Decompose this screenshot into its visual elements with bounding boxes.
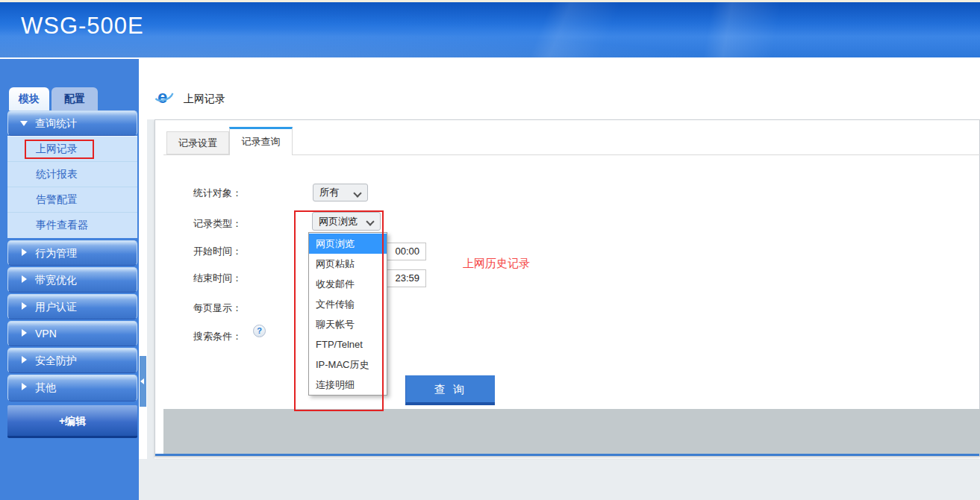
stat-object-selected-value: 所有 bbox=[319, 187, 339, 198]
sidebar-tab-modules[interactable]: 模块 bbox=[9, 87, 49, 110]
sidebar-group-behavior-mgmt[interactable]: 行为管理 bbox=[7, 240, 137, 266]
ie-browser-icon: e bbox=[155, 87, 174, 107]
sidebar-item-event-viewer[interactable]: 事件查看器 bbox=[7, 213, 137, 238]
sidebar-edit-button[interactable]: +编辑 bbox=[7, 405, 137, 438]
sidebar-group-label: VPN bbox=[35, 328, 57, 340]
content-panel: 记录设置 记录查询 统计对象： 记录类型： 开始时间： 结束时间： 每页显示： … bbox=[155, 119, 980, 457]
banner-wave-decoration bbox=[0, 2, 980, 57]
sidebar-collapse-handle[interactable] bbox=[140, 356, 146, 407]
chevron-right-icon bbox=[22, 302, 27, 310]
start-time-label: 开始时间： bbox=[193, 245, 242, 258]
chevron-down-icon bbox=[353, 189, 361, 197]
page-title: 上网记录 bbox=[184, 93, 225, 106]
sidebar-group-label: 行为管理 bbox=[35, 247, 77, 259]
record-type-label: 记录类型： bbox=[193, 217, 242, 231]
tab-record-settings[interactable]: 记录设置 bbox=[166, 131, 229, 154]
search-condition-label: 搜索条件： bbox=[193, 330, 242, 343]
chevron-right-icon bbox=[22, 275, 27, 283]
sidebar-group-label: 查询统计 bbox=[35, 117, 77, 129]
panel-footer-bar bbox=[163, 409, 980, 454]
panel-bottom-accent bbox=[155, 454, 979, 456]
stat-object-select[interactable]: 所有 bbox=[313, 184, 368, 201]
svg-text:e: e bbox=[157, 87, 167, 107]
tab-record-query[interactable]: 记录查询 bbox=[229, 127, 293, 155]
sidebar-group-vpn[interactable]: VPN bbox=[7, 321, 137, 346]
sidebar-group-label: 用户认证 bbox=[35, 301, 77, 313]
sidebar-group-query-stats[interactable]: 查询统计 bbox=[7, 110, 137, 136]
annotation-note-text: 上网历史记录 bbox=[463, 257, 530, 271]
end-time-label: 结束时间： bbox=[193, 272, 242, 285]
help-icon[interactable]: ? bbox=[253, 325, 266, 337]
annotation-rectangle-sidebar-item bbox=[25, 140, 94, 159]
app-window: WSG-500E 模块 配置 查询统计 上网记录 统计报表 告警配置 事件查看器… bbox=[0, 0, 980, 500]
sidebar-group-label: 其他 bbox=[35, 381, 56, 393]
panel-left-gutter bbox=[147, 119, 155, 499]
sidebar-group-other[interactable]: 其他 bbox=[7, 375, 137, 401]
chevron-right-icon bbox=[22, 329, 27, 337]
sidebar-group-security[interactable]: 安全防护 bbox=[7, 348, 137, 373]
sidebar-group-bandwidth-opt[interactable]: 带宽优化 bbox=[7, 267, 137, 293]
chevron-right-icon bbox=[22, 356, 27, 363]
chevron-right-icon bbox=[22, 383, 27, 390]
sidebar-group-label: 安全防护 bbox=[35, 354, 77, 366]
sidebar-tab-config[interactable]: 配置 bbox=[52, 87, 98, 110]
sidebar: 模块 配置 查询统计 上网记录 统计报表 告警配置 事件查看器 行为管理 带宽优… bbox=[0, 57, 139, 500]
sidebar-item-alarm-config[interactable]: 告警配置 bbox=[7, 187, 137, 213]
stat-object-label: 统计对象： bbox=[193, 187, 242, 200]
query-button[interactable]: 查 询 bbox=[405, 375, 495, 405]
sidebar-top-line bbox=[0, 57, 139, 59]
brand-title: WSG-500E bbox=[21, 13, 144, 40]
sidebar-group-label: 带宽优化 bbox=[35, 274, 77, 286]
chevron-right-icon bbox=[22, 249, 27, 256]
app-header-banner: WSG-500E bbox=[0, 2, 980, 57]
chevron-down-icon bbox=[20, 121, 28, 126]
sidebar-group-user-auth[interactable]: 用户认证 bbox=[7, 294, 137, 319]
per-page-label: 每页显示： bbox=[193, 301, 242, 315]
annotation-rectangle-dropdown bbox=[294, 210, 384, 411]
sidebar-item-stat-reports[interactable]: 统计报表 bbox=[7, 162, 137, 187]
chevron-left-icon bbox=[140, 378, 144, 384]
